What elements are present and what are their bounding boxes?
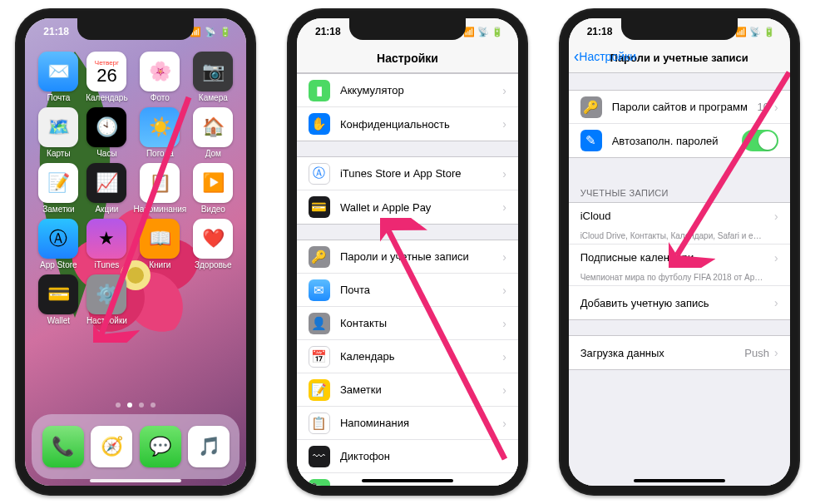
row-Добавить учетную запись[interactable]: Добавить учетную запись›: [569, 286, 790, 319]
row-icon: ▮: [309, 80, 330, 101]
app-Wallet[interactable]: 💳Wallet: [37, 274, 80, 325]
row-icon: ✋: [309, 113, 330, 135]
app-icon: 📖: [140, 219, 180, 259]
chevron-right-icon: ›: [502, 417, 506, 430]
row-icon: ✉: [309, 279, 330, 301]
app-label: Камера: [199, 94, 228, 102]
row-Пароли сайтов и программ[interactable]: 🔑Пароли сайтов и программ10›: [569, 91, 790, 124]
app-Видео[interactable]: ▶️Видео: [191, 163, 235, 214]
row-label: Пароли сайтов и программ: [612, 101, 758, 113]
app-Карты[interactable]: 🗺️Карты: [37, 107, 80, 158]
app-App Store[interactable]: ⒶApp Store: [37, 219, 80, 269]
row-label: Заметки: [340, 383, 502, 396]
app-label: Карты: [47, 150, 71, 158]
chevron-right-icon: ›: [502, 250, 506, 264]
app-Погода[interactable]: ☀️Погода: [133, 107, 186, 158]
app-Дом[interactable]: 🏠Дом: [191, 107, 235, 158]
row-label: Почта: [340, 284, 502, 296]
row-label: Диктофон: [340, 450, 502, 462]
app-Настройки[interactable]: ⚙️Настройки: [85, 274, 128, 325]
row-Контакты[interactable]: 👤Контакты›: [297, 307, 518, 340]
chevron-right-icon: ›: [502, 383, 506, 397]
row-Пароли и учетные записи[interactable]: 🔑Пароли и учетные записи›: [297, 240, 518, 274]
row-Напоминания[interactable]: 📋Напоминания›: [297, 407, 518, 440]
app-label: Видео: [201, 205, 225, 214]
app-Часы[interactable]: 🕙Часы: [85, 107, 128, 158]
row-Аккумулятор[interactable]: ▮Аккумулятор›: [297, 74, 518, 107]
row-icon: 💳: [309, 196, 330, 218]
dock: 📞🧭💬🎵: [32, 414, 240, 479]
status-time: 21:18: [587, 26, 613, 37]
row-Заметки[interactable]: 📝Заметки›: [297, 373, 518, 407]
row-label: Календарь: [340, 350, 502, 363]
row-Загрузка данных[interactable]: Загрузка данныхPush›: [569, 336, 790, 369]
section: ⒶiTunes Store и App Store›💳Wallet и Appl…: [297, 156, 518, 225]
app-Акции[interactable]: 📈Акции: [85, 163, 128, 214]
settings-list[interactable]: ▮Аккумулятор›✋Конфиденциальность›ⒶiTunes…: [297, 73, 518, 486]
app-Книги[interactable]: 📖Книги: [133, 219, 186, 269]
app-icon: ▶️: [193, 163, 233, 203]
app-label: Заметки: [42, 205, 74, 214]
app-icon: ✉️: [38, 52, 78, 91]
app-icon: ☀️: [140, 107, 180, 147]
row-Подписные календари[interactable]: Подписные календариЧемпионат мира по фут…: [569, 245, 790, 286]
chevron-right-icon: ›: [502, 117, 506, 131]
app-Здоровье[interactable]: ❤️Здоровье: [191, 219, 235, 269]
section: iCloudiCloud Drive, Контакты, Календари,…: [569, 202, 790, 320]
app-label: Погода: [146, 150, 174, 158]
chevron-right-icon: ›: [502, 317, 506, 330]
section: 🔑Пароли сайтов и программ10›✎Автозаполн.…: [569, 90, 790, 158]
chevron-right-icon: ›: [502, 167, 506, 180]
app-icon: ⚙️: [86, 274, 126, 314]
row-subtitle: Чемпионат мира по футболу FIFA 2018 от A…: [580, 273, 763, 282]
row-iCloud[interactable]: iCloudiCloud Drive, Контакты, Календари,…: [569, 203, 790, 245]
row-icon: 📞: [309, 479, 330, 487]
row-Диктофон[interactable]: 〰Диктофон›: [297, 440, 518, 473]
section-header: Учетные записи: [569, 173, 790, 202]
chevron-right-icon: ›: [502, 284, 506, 297]
row-label: Телефон: [340, 483, 502, 486]
home-indicator[interactable]: [362, 479, 453, 482]
app-Камера[interactable]: 📷Камера: [191, 52, 235, 102]
app-Фото[interactable]: 🌸Фото: [133, 52, 186, 102]
phone-home: 21:18 📶📡🔋 ✉️ПочтаЧетверг26Календарь🌸Фото…: [15, 8, 256, 496]
row-Почта[interactable]: ✉Почта›: [297, 274, 518, 307]
chevron-right-icon: ›: [502, 450, 506, 463]
app-iTunes[interactable]: ★iTunes: [85, 219, 128, 269]
app-icon: 📋: [140, 163, 180, 203]
app-grid: ✉️ПочтаЧетверг26Календарь🌸Фото📷Камера🗺️К…: [25, 52, 246, 325]
row-Wallet и Apple Pay[interactable]: 💳Wallet и Apple Pay›: [297, 190, 518, 224]
app-label: Напоминания: [133, 205, 186, 214]
app-Заметки[interactable]: 📝Заметки: [37, 163, 80, 214]
dock-app[interactable]: 💬: [140, 426, 181, 467]
app-Почта[interactable]: ✉️Почта: [37, 52, 80, 102]
status-icons: 📶 📡 🔋: [735, 27, 775, 37]
row-iTunes Store и App Store[interactable]: ⒶiTunes Store и App Store›: [297, 157, 518, 190]
app-Календарь[interactable]: Четверг26Календарь: [85, 52, 128, 102]
chevron-right-icon: ›: [502, 350, 506, 363]
row-label: Аккумулятор: [340, 84, 502, 96]
dock-app[interactable]: 🧭: [91, 426, 132, 467]
row-icon: 📝: [309, 379, 330, 401]
app-icon: 💳: [38, 274, 78, 314]
home-indicator[interactable]: [90, 479, 181, 482]
row-label: iCloud: [580, 210, 774, 222]
row-icon: 🔑: [309, 246, 330, 268]
chevron-left-icon: ‹: [574, 47, 580, 66]
back-button[interactable]: ‹ Настройки: [574, 47, 636, 66]
dock-app[interactable]: 📞: [42, 426, 84, 467]
app-label: App Store: [40, 261, 77, 269]
dock-app[interactable]: 🎵: [188, 426, 230, 467]
app-icon: 📷: [193, 52, 233, 91]
home-indicator[interactable]: [634, 479, 725, 482]
chevron-right-icon: ›: [774, 296, 778, 309]
app-Напоминания[interactable]: 📋Напоминания: [133, 163, 186, 214]
row-icon: 🔑: [580, 96, 602, 118]
app-icon: ★: [86, 219, 126, 259]
row-Автозаполн. паролей[interactable]: ✎Автозаполн. паролей: [569, 124, 790, 157]
row-Конфиденциальность[interactable]: ✋Конфиденциальность›: [297, 107, 518, 141]
toggle-switch[interactable]: [742, 130, 778, 151]
row-Календарь[interactable]: 📅Календарь›: [297, 340, 518, 373]
accounts-list[interactable]: 🔑Пароли сайтов и программ10›✎Автозаполн.…: [569, 73, 790, 486]
row-label: Добавить учетную запись: [580, 297, 774, 309]
